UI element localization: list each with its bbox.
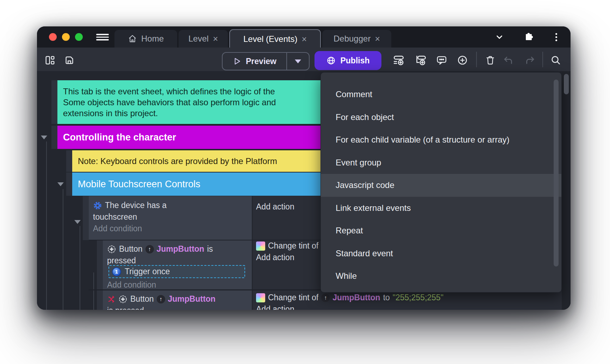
add-subevent-icon[interactable] — [413, 52, 429, 68]
close-window-button[interactable] — [49, 33, 57, 41]
tab-label: Home — [141, 34, 164, 44]
tree-guide — [93, 272, 94, 310]
condition-text: is pressed — [107, 306, 144, 310]
add-action-link[interactable]: Add action — [256, 253, 294, 262]
toolbar-divider — [542, 52, 543, 67]
close-tab-icon[interactable]: × — [213, 34, 218, 43]
condition-text: pressed — [107, 256, 136, 265]
object-name: JumpButton — [157, 244, 204, 254]
menu-item-while[interactable]: While — [321, 265, 561, 288]
tint-swatch-icon — [256, 241, 265, 251]
condition-action-divider — [252, 196, 253, 310]
redo-icon[interactable] — [522, 52, 538, 68]
menu-item-standard-event[interactable]: Standard event — [321, 242, 561, 265]
condition-text: The device has a — [105, 201, 167, 210]
gutter-strip — [66, 172, 72, 196]
action-text: Change tint of — [268, 293, 318, 302]
menu-scrollbar-thumb[interactable] — [554, 80, 559, 266]
condition-text: is — [207, 244, 213, 254]
app-window: Home Level × Level (Events) × Debugger × — [37, 26, 571, 310]
layout-view-icon[interactable] — [42, 52, 58, 68]
event-condition-cell[interactable]: Button ↑ JumpButton is pressed — [103, 290, 252, 310]
action-row[interactable]: Change tint of — [256, 241, 318, 251]
tree-guide — [80, 226, 80, 310]
add-event-icon[interactable] — [391, 52, 406, 68]
add-condition-link[interactable]: Add condition — [93, 223, 248, 234]
group-title: Mobile Touchscreen Controls — [78, 179, 200, 190]
titlebar: Home Level × Level (Events) × Debugger × — [37, 26, 571, 48]
object-name: JumpButton — [332, 293, 380, 302]
action-text: Change tint of — [268, 241, 318, 251]
undo-icon[interactable] — [500, 52, 516, 68]
condition-text: touchscreen — [93, 212, 137, 222]
close-tab-icon[interactable]: × — [375, 34, 380, 43]
main-menu-icon[interactable] — [96, 34, 109, 40]
zoom-window-button[interactable] — [75, 33, 83, 41]
gutter-strip — [51, 126, 57, 149]
event-condition-cell[interactable]: The device has a touchscreen Add conditi… — [89, 196, 252, 240]
action-row[interactable]: Change tint of ↑ JumpButton to "255;255;… — [256, 293, 443, 302]
globe-icon — [326, 56, 336, 65]
action-value: "255;255;255" — [393, 293, 443, 302]
search-icon[interactable] — [548, 52, 564, 68]
group-title: Controlling the character — [63, 132, 176, 143]
trigger-once-icon: 1 — [112, 267, 121, 276]
menu-item-link-external-events[interactable]: Link external events — [321, 197, 561, 220]
addons-puzzle-icon[interactable] — [523, 31, 534, 42]
delete-trash-icon[interactable] — [483, 52, 498, 68]
menu-item-javascript-code[interactable]: Javascript code — [321, 174, 561, 197]
scrollbar-track — [562, 71, 571, 310]
menu-item-event-group[interactable]: Event group — [321, 151, 561, 174]
gutter-strip — [97, 290, 103, 310]
minimize-window-button[interactable] — [62, 33, 70, 41]
menu-item-for-each-object[interactable]: For each object — [321, 106, 561, 129]
preview-button[interactable]: Preview — [222, 52, 310, 70]
gutter-strip — [97, 240, 103, 289]
publish-button[interactable]: Publish — [315, 51, 381, 70]
menu-item-for-each-child-variable[interactable]: For each child variable (of a structure … — [321, 128, 561, 151]
tab-label: Level — [188, 34, 208, 44]
selected-condition-trigger-once[interactable]: 1 Trigger once — [108, 265, 245, 278]
collapse-event-arrow[interactable] — [74, 220, 81, 224]
play-icon — [232, 57, 242, 66]
gear-icon — [93, 201, 102, 210]
tab-home[interactable]: Home — [114, 30, 177, 48]
tab-level[interactable]: Level × — [179, 30, 228, 48]
tree-guide — [46, 142, 47, 310]
up-arrow-badge-icon: ↑ — [145, 245, 154, 253]
tint-swatch-icon — [256, 293, 265, 302]
add-action-link[interactable]: Add action — [256, 305, 294, 310]
overflow-menu-icon[interactable] — [555, 32, 557, 43]
subevent-condition-cell[interactable]: Button ↑ JumpButton is pressed 1 Trigger… — [103, 240, 252, 289]
gutter-strip — [83, 196, 89, 240]
condition-text: Button — [130, 294, 154, 304]
gamepad-icon — [118, 295, 127, 304]
preview-dropdown-button[interactable] — [286, 53, 309, 70]
caret-down-icon — [295, 59, 301, 63]
tab-debugger[interactable]: Debugger × — [322, 30, 391, 48]
gutter-strip — [51, 80, 57, 124]
tab-label: Level (Events) — [243, 34, 297, 44]
menu-item-comment[interactable]: Comment — [321, 83, 561, 106]
preview-label: Preview — [246, 57, 276, 66]
add-action-link[interactable]: Add action — [256, 202, 294, 212]
action-text: to — [383, 293, 390, 302]
preview-button-main[interactable]: Preview — [223, 53, 286, 70]
menu-item-repeat[interactable]: Repeat — [321, 219, 561, 242]
tab-level-events[interactable]: Level (Events) × — [229, 29, 321, 48]
note-text: Note: Keyboard controls are provided by … — [78, 156, 277, 166]
collapse-group-arrow[interactable] — [41, 136, 47, 139]
add-plus-icon[interactable] — [455, 52, 470, 68]
chevron-down-icon[interactable] — [494, 32, 505, 42]
tab-label: Debugger — [334, 34, 371, 44]
invert-arrows-icon — [107, 295, 116, 303]
sheet-scrollbar-thumb[interactable] — [564, 74, 569, 94]
save-icon[interactable] — [62, 52, 77, 68]
up-arrow-badge-icon: ↑ — [321, 294, 330, 302]
close-tab-icon[interactable]: × — [301, 35, 307, 44]
add-comment-icon[interactable] — [434, 52, 449, 68]
object-name: JumpButton — [168, 294, 216, 304]
condition-text: Trigger once — [125, 267, 170, 276]
collapse-group-arrow[interactable] — [57, 182, 64, 186]
publish-label: Publish — [340, 56, 369, 65]
